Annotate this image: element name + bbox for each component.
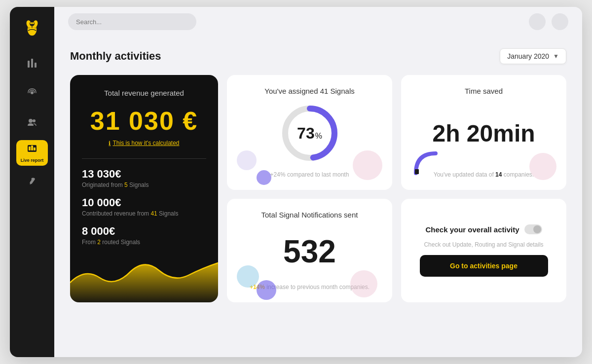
activity-sub: Check out Update, Routing and Signal det… (424, 241, 543, 248)
team-icon (27, 117, 37, 130)
revenue-link-text: This is how it's calculated (112, 140, 179, 146)
signals-icon (27, 87, 37, 101)
revenue-stat-2: 10 000€ Contributed revenue from 41 Sign… (82, 196, 206, 217)
sidebar: Live report (10, 7, 54, 357)
donut-percent-symbol: % (315, 132, 322, 141)
signal-card-title: You've assigned 41 Signals (239, 87, 380, 95)
svg-point-12 (33, 119, 36, 122)
time-card: Time saved 2h 20min You've updated data … (401, 75, 566, 190)
revenue-amount: 31 030 € (82, 106, 206, 136)
topbar-btn-1[interactable] (529, 13, 546, 30)
info-icon: ℹ (109, 140, 111, 146)
live-report-icon (27, 143, 37, 156)
mini-arc-decoration (411, 148, 441, 180)
signal-card: You've assigned 41 Signals 73% +24% comp… (227, 75, 392, 190)
svg-point-19 (32, 178, 34, 180)
pencil-icon (27, 176, 37, 189)
sidebar-item-live-report[interactable]: Live report (16, 140, 48, 166)
activity-title: Check your overall activity (425, 225, 519, 234)
revenue-stat-3: 8 000€ From 2 routed Signals (82, 225, 206, 246)
svg-rect-16 (34, 147, 36, 150)
sidebar-item-pencil[interactable] (16, 170, 48, 195)
sidebar-logo (20, 16, 44, 39)
content-header: Monthly activities January 2020 ▼ (70, 48, 566, 64)
svg-rect-14 (29, 146, 31, 150)
notif-card-title: Total Signal Notifications sent (239, 211, 380, 219)
notif-card: Total Signal Notifications sent 532 +14%… (227, 199, 392, 302)
stat-amount-3: 8 000€ (82, 225, 206, 238)
sidebar-item-signals[interactable] (16, 81, 48, 107)
donut-label: 73% (297, 124, 322, 143)
notif-blob-2 (237, 265, 259, 288)
month-selector[interactable]: January 2020 ▼ (500, 48, 566, 64)
blob-decoration-3 (257, 170, 271, 185)
time-highlight: 14 (495, 171, 502, 178)
topbar-btn-2[interactable] (552, 13, 568, 30)
svg-point-5 (30, 22, 32, 24)
donut-percent: 73 (297, 124, 315, 143)
time-sub-suffix: companies. (504, 171, 534, 178)
main-content: Monthly activities January 2020 ▼ Total … (54, 7, 582, 357)
revenue-link[interactable]: ℹ This is how it's calculated (82, 140, 206, 146)
stat-amount-1: 13 030€ (82, 168, 206, 181)
stat-label-1: Originated from 5 Signals (82, 182, 206, 188)
time-sub-prefix: You've updated data of (434, 171, 494, 178)
toggle-switch[interactable] (524, 224, 542, 234)
month-label: January 2020 (507, 52, 549, 60)
svg-rect-22 (415, 169, 419, 174)
revenue-title: Total revenue generated (82, 89, 206, 97)
donut-container: 73% (239, 101, 380, 165)
notif-blob-1 (350, 270, 377, 297)
activity-card: Check your overall activity Check out Up… (401, 199, 566, 302)
wave-decoration (70, 243, 218, 302)
revenue-stat-1: 13 030€ Originated from 5 Signals (82, 168, 206, 188)
search-input[interactable] (68, 13, 196, 30)
svg-rect-9 (35, 63, 37, 68)
cards-grid: Total revenue generated 31 030 € ℹ This … (70, 75, 566, 302)
sidebar-item-analytics[interactable] (16, 51, 48, 77)
go-to-activities-button[interactable]: Go to activities page (420, 255, 548, 277)
content-area: Monthly activities January 2020 ▼ Total … (54, 36, 582, 357)
time-blob-1 (529, 153, 556, 180)
svg-rect-8 (31, 59, 33, 68)
svg-rect-7 (28, 61, 30, 68)
topbar (54, 7, 582, 36)
chevron-down-icon: ▼ (553, 53, 559, 60)
time-card-title: Time saved (413, 87, 555, 95)
toggle-knob (533, 225, 541, 233)
revenue-card: Total revenue generated 31 030 € ℹ This … (70, 75, 218, 302)
live-report-label: Live report (21, 158, 44, 163)
notif-blob-3 (257, 280, 276, 300)
activity-header: Check your overall activity (425, 224, 542, 234)
page-title: Monthly activities (70, 50, 161, 63)
svg-point-11 (29, 119, 33, 123)
analytics-icon (27, 58, 37, 71)
stat-amount-2: 10 000€ (82, 196, 206, 209)
stat-label-2: Contributed revenue from 41 Signals (82, 210, 206, 217)
svg-point-6 (32, 22, 34, 24)
sidebar-item-team[interactable] (16, 110, 48, 136)
svg-rect-15 (31, 146, 33, 150)
svg-point-10 (31, 91, 34, 94)
